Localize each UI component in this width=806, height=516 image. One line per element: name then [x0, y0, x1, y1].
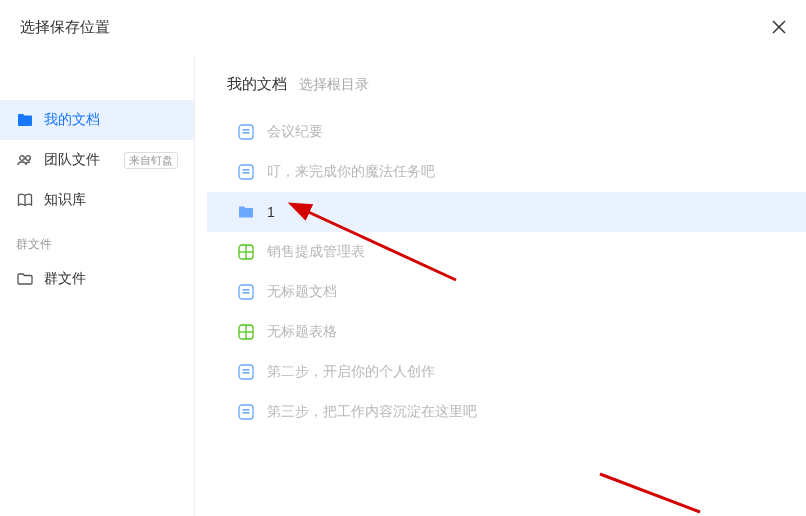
doc-icon: [237, 123, 255, 141]
file-item-label: 销售提成管理表: [267, 243, 365, 261]
book-icon: [16, 191, 34, 209]
sheet-icon: [237, 243, 255, 261]
svg-rect-5: [243, 129, 250, 131]
sidebar: 我的文档 团队文件 来自钉盘 知识库 群文件 群文件: [0, 55, 195, 516]
svg-rect-8: [243, 169, 250, 171]
doc-icon: [237, 403, 255, 421]
svg-point-3: [26, 156, 31, 161]
sidebar-item-group-files[interactable]: 群文件: [0, 259, 194, 299]
dialog-body: 我的文档 团队文件 来自钉盘 知识库 群文件 群文件 我的文档 选择根目录: [0, 55, 806, 516]
file-list: 会议纪要叮，来完成你的魔法任务吧1销售提成管理表无标题文档无标题表格第二步，开启…: [207, 112, 806, 432]
svg-rect-9: [243, 172, 250, 174]
team-icon: [16, 151, 34, 169]
dialog-title: 选择保存位置: [20, 18, 110, 37]
file-item[interactable]: 无标题表格: [207, 312, 806, 352]
sidebar-section-label: 群文件: [0, 220, 194, 259]
svg-point-2: [20, 156, 25, 161]
file-item-label: 1: [267, 204, 275, 220]
close-button[interactable]: [772, 19, 786, 37]
sidebar-item-label: 团队文件: [44, 151, 118, 169]
folder-outline-icon: [16, 270, 34, 288]
sidebar-item-label: 我的文档: [44, 111, 178, 129]
doc-icon: [237, 163, 255, 181]
file-item[interactable]: 会议纪要: [207, 112, 806, 152]
sidebar-item-my-docs[interactable]: 我的文档: [0, 100, 194, 140]
sidebar-item-team-files[interactable]: 团队文件 来自钉盘: [0, 140, 194, 180]
svg-rect-6: [243, 132, 250, 134]
folder-icon: [16, 111, 34, 129]
svg-rect-24: [243, 412, 250, 414]
breadcrumb-hint: 选择根目录: [299, 76, 369, 94]
file-item[interactable]: 1: [207, 192, 806, 232]
file-item[interactable]: 无标题文档: [207, 272, 806, 312]
file-item[interactable]: 第三步，把工作内容沉淀在这里吧: [207, 392, 806, 432]
svg-rect-15: [243, 292, 250, 294]
file-item[interactable]: 叮，来完成你的魔法任务吧: [207, 152, 806, 192]
svg-rect-14: [243, 289, 250, 291]
sidebar-item-badge: 来自钉盘: [124, 152, 178, 169]
sidebar-item-label: 知识库: [44, 191, 178, 209]
file-item-label: 无标题文档: [267, 283, 337, 301]
file-item-label: 第三步，把工作内容沉淀在这里吧: [267, 403, 477, 421]
sidebar-item-knowledge[interactable]: 知识库: [0, 180, 194, 220]
file-item[interactable]: 销售提成管理表: [207, 232, 806, 272]
file-item[interactable]: 第二步，开启你的个人创作: [207, 352, 806, 392]
doc-icon: [237, 283, 255, 301]
svg-rect-21: [243, 372, 250, 374]
dialog-header: 选择保存位置: [0, 0, 806, 55]
file-item-label: 无标题表格: [267, 323, 337, 341]
file-item-label: 第二步，开启你的个人创作: [267, 363, 435, 381]
doc-icon: [237, 363, 255, 381]
sidebar-item-label: 群文件: [44, 270, 178, 288]
close-icon: [772, 18, 786, 38]
file-item-label: 叮，来完成你的魔法任务吧: [267, 163, 435, 181]
sheet-icon: [237, 323, 255, 341]
breadcrumb: 我的文档 选择根目录: [207, 75, 806, 112]
main-panel: 我的文档 选择根目录 会议纪要叮，来完成你的魔法任务吧1销售提成管理表无标题文档…: [195, 55, 806, 516]
file-item-label: 会议纪要: [267, 123, 323, 141]
sidebar-spacer: [0, 65, 194, 100]
svg-rect-23: [243, 409, 250, 411]
svg-rect-20: [243, 369, 250, 371]
folder-icon: [237, 203, 255, 221]
breadcrumb-root[interactable]: 我的文档: [227, 75, 287, 94]
